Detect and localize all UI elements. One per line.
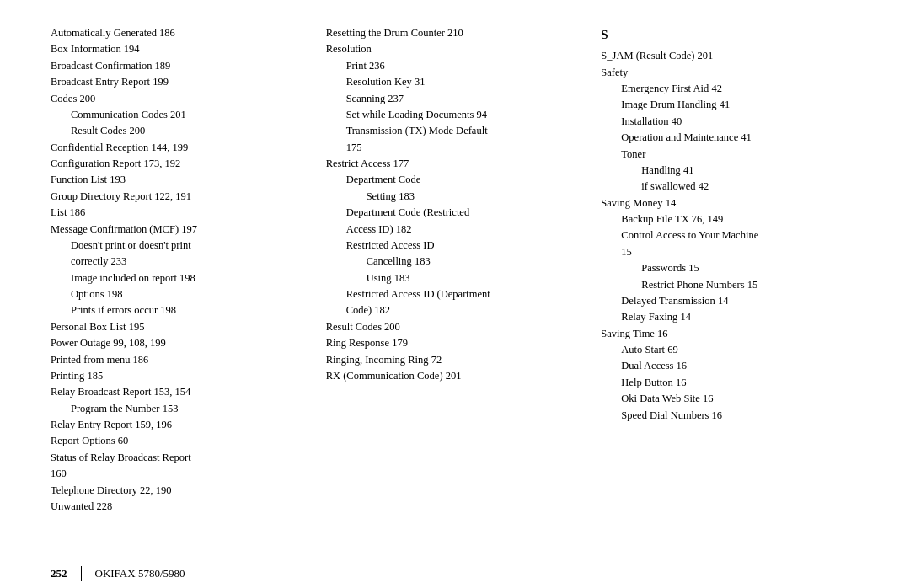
index-entry: Resolution Key 31 (326, 74, 585, 90)
index-entry: Restrict Access 177 (326, 156, 585, 172)
index-entry: Operation and Maintenance 41 (601, 130, 859, 146)
index-entry: Unwanted 228 (51, 499, 309, 515)
index-entry: RX (Communication Code) 201 (326, 368, 585, 384)
index-entry: S_JAM (Result Code) 201 (601, 48, 859, 64)
index-entry: Transmission (TX) Mode Default (326, 123, 585, 139)
footer: 252 OKIFAX 5780/5980 (0, 559, 910, 588)
index-entry: Confidential Reception 144, 199 (51, 140, 309, 156)
index-entry: Configuration Report 173, 192 (51, 156, 309, 172)
column-2: Resetting the Drum Counter 210Resolution… (326, 25, 602, 542)
index-entry: Relay Entry Report 159, 196 (51, 417, 309, 433)
index-entry: if swallowed 42 (601, 179, 859, 195)
index-entry: Personal Box List 195 (51, 319, 309, 335)
footer-title: OKIFAX 5780/5980 (95, 567, 185, 580)
index-entry: 160 (51, 466, 309, 482)
index-entry: Codes 200 (51, 91, 309, 107)
index-entry: Passwords 15 (601, 260, 859, 276)
index-entry: Saving Money 14 (601, 195, 859, 211)
index-entry: Auto Start 69 (601, 342, 859, 358)
column-1: Automatically Generated 186Box Informati… (51, 25, 326, 542)
index-entry: Setting 183 (326, 189, 585, 205)
index-entry: Printed from menu 186 (51, 352, 309, 368)
index-entry: Resolution (326, 41, 585, 57)
index-entry: Speed Dial Numbers 16 (601, 408, 859, 424)
index-entry: Installation 40 (601, 114, 859, 130)
section-letter-S: S (601, 25, 859, 45)
index-entry: Printing 185 (51, 368, 309, 384)
index-entry: Image included on report 198 (51, 270, 309, 286)
index-entry: Department Code (326, 172, 585, 188)
index-entry: Oki Data Web Site 16 (601, 391, 859, 407)
index-entry: Backup File TX 76, 149 (601, 211, 859, 227)
index-entry: Ring Response 179 (326, 335, 585, 351)
index-entry: correctly 233 (51, 254, 309, 270)
index-entry: Cancelling 183 (326, 254, 585, 270)
index-entry: Box Information 194 (51, 41, 309, 57)
index-entry: Access ID) 182 (326, 222, 585, 238)
index-entry: 175 (326, 140, 585, 156)
index-entry: Automatically Generated 186 (51, 25, 309, 41)
index-entry: 15 (601, 244, 859, 260)
index-entry: Prints if errors occur 198 (51, 302, 309, 318)
index-entry: Handling 41 (601, 163, 859, 179)
index-entry: Code) 182 (326, 302, 585, 318)
index-entry: Restricted Access ID (Department (326, 286, 585, 302)
index-entry: Program the Number 153 (51, 401, 309, 417)
index-entry: Result Codes 200 (51, 123, 309, 139)
page: Automatically Generated 186Box Informati… (0, 0, 910, 588)
index-entry: Group Directory Report 122, 191 (51, 189, 309, 205)
page-number: 252 (51, 567, 67, 580)
index-entry: Broadcast Entry Report 199 (51, 74, 309, 90)
index-entry: Relay Broadcast Report 153, 154 (51, 384, 309, 400)
index-entry: Doesn't print or doesn't print (51, 238, 309, 254)
index-entry: Toner (601, 147, 859, 163)
index-entry: Function List 193 (51, 172, 309, 188)
content-area: Automatically Generated 186Box Informati… (0, 0, 910, 559)
index-entry: Scanning 237 (326, 91, 585, 107)
index-entry: Safety (601, 65, 859, 81)
index-entry: Print 236 (326, 58, 585, 74)
index-entry: Saving Time 16 (601, 326, 859, 342)
footer-divider (81, 566, 82, 581)
index-entry: Dual Access 16 (601, 358, 859, 374)
index-entry: Department Code (Restricted (326, 205, 585, 221)
index-entry: Using 183 (326, 270, 585, 286)
index-entry: Emergency First Aid 42 (601, 81, 859, 97)
index-entry: Restricted Access ID (326, 238, 585, 254)
column-3: SS_JAM (Result Code) 201SafetyEmergency … (601, 25, 859, 542)
index-entry: Relay Faxing 14 (601, 309, 859, 325)
index-entry: Set while Loading Documents 94 (326, 107, 585, 123)
index-entry: Help Button 16 (601, 375, 859, 391)
index-entry: List 186 (51, 205, 309, 221)
index-entry: Broadcast Confirmation 189 (51, 58, 309, 74)
index-entry: Resetting the Drum Counter 210 (326, 25, 585, 41)
index-entry: Image Drum Handling 41 (601, 97, 859, 113)
index-entry: Communication Codes 201 (51, 107, 309, 123)
index-entry: Status of Relay Broadcast Report (51, 450, 309, 466)
index-entry: Report Options 60 (51, 433, 309, 449)
index-entry: Options 198 (51, 286, 309, 302)
index-entry: Result Codes 200 (326, 319, 585, 335)
index-entry: Telephone Directory 22, 190 (51, 483, 309, 499)
index-entry: Message Confirmation (MCF) 197 (51, 222, 309, 238)
index-entry: Power Outage 99, 108, 199 (51, 335, 309, 351)
index-entry: Delayed Transmission 14 (601, 293, 859, 309)
index-entry: Restrict Phone Numbers 15 (601, 277, 859, 293)
index-entry: Control Access to Your Machine (601, 227, 859, 243)
index-entry: Ringing, Incoming Ring 72 (326, 352, 585, 368)
